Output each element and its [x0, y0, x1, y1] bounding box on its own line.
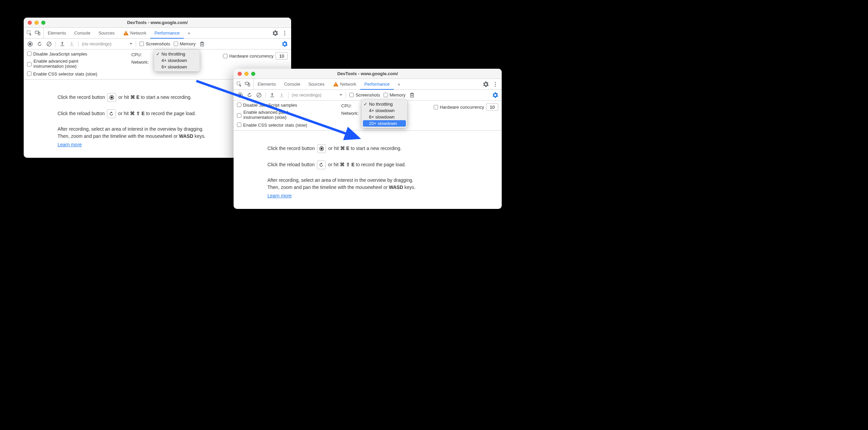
memory-checkbox[interactable]: Memory: [174, 41, 196, 46]
memory-checkbox[interactable]: Memory: [384, 92, 406, 98]
titlebar: DevTools - www.google.com/: [234, 69, 502, 79]
screenshots-label: Screenshots: [355, 92, 380, 98]
learn-more-link[interactable]: Learn more: [267, 193, 292, 198]
cpu-label: CPU:: [131, 52, 142, 57]
settings-icon[interactable]: [272, 30, 278, 36]
settings-icon[interactable]: [483, 81, 489, 87]
tab-sources[interactable]: Sources: [304, 79, 329, 89]
tab-more[interactable]: »: [394, 79, 404, 89]
menu-item-no-throttling[interactable]: No throttling: [362, 101, 407, 107]
inspect-element-icon[interactable]: [236, 81, 242, 87]
tab-elements[interactable]: Elements: [44, 28, 70, 38]
separator: [265, 92, 266, 98]
record-button[interactable]: [237, 92, 243, 98]
disable-js-samples-input[interactable]: [27, 51, 31, 56]
menu-item-20x[interactable]: 20× slowdown: [363, 120, 406, 127]
cmd-key-icon: [130, 94, 135, 100]
hw-concurrency-input[interactable]: [223, 54, 227, 58]
reload-icon-inline: [107, 109, 116, 118]
tab-sources[interactable]: Sources: [94, 28, 119, 38]
css-selector-stats-checkbox[interactable]: Enable CSS selector stats (slow): [237, 123, 335, 128]
clear-button[interactable]: [256, 92, 262, 98]
disable-js-samples-label: Disable JavaScript samples: [33, 51, 87, 57]
learn-more-link[interactable]: Learn more: [58, 142, 82, 147]
inspect-element-icon[interactable]: [26, 30, 32, 36]
capture-settings-panel: Disable JavaScript samples Enable advanc…: [234, 101, 502, 131]
device-toolbar-icon[interactable]: [35, 30, 41, 36]
caret-down-icon: [130, 43, 132, 45]
capture-settings-icon[interactable]: [492, 92, 498, 98]
memory-input[interactable]: [174, 42, 178, 46]
tab-performance[interactable]: Performance: [360, 79, 393, 90]
shift-key-icon: [136, 111, 140, 116]
more-options-icon[interactable]: [492, 81, 498, 87]
advanced-paint-label: Enable advanced paint instrumentation (s…: [243, 110, 288, 120]
screenshots-input[interactable]: [349, 93, 354, 97]
capture-settings-icon[interactable]: [282, 41, 288, 47]
separator: [346, 92, 346, 98]
disable-js-samples-label: Disable JavaScript samples: [243, 103, 297, 108]
upload-button[interactable]: [59, 41, 65, 47]
hw-concurrency-value[interactable]: [486, 103, 498, 111]
download-button: [69, 41, 75, 47]
clear-button[interactable]: [46, 41, 52, 47]
advanced-paint-checkbox[interactable]: Enable advanced paint instrumentation (s…: [237, 110, 335, 120]
caret-down-icon: [340, 94, 342, 96]
recordings-dropdown[interactable]: (no recordings): [292, 92, 342, 98]
tab-network-label: Network: [130, 30, 147, 36]
menu-item-no-throttling[interactable]: No throttling: [154, 51, 200, 57]
advanced-paint-checkbox[interactable]: Enable advanced paint instrumentation (s…: [27, 59, 125, 69]
recordings-label: (no recordings): [292, 92, 321, 98]
recordings-dropdown[interactable]: (no recordings): [82, 41, 132, 46]
menu-item-6x[interactable]: 6× slowdown: [362, 114, 407, 120]
disable-js-samples-input[interactable]: [237, 103, 241, 107]
hw-concurrency-checkbox[interactable]: Hardware concurrency: [434, 105, 484, 110]
record-button[interactable]: [27, 41, 33, 47]
tab-elements[interactable]: Elements: [254, 79, 280, 89]
css-selector-stats-checkbox[interactable]: Enable CSS selector stats (slow): [27, 71, 125, 77]
memory-input[interactable]: [384, 93, 388, 97]
cmd-key-icon: [340, 146, 345, 151]
memory-label: Memory: [180, 41, 196, 46]
devtools-window-b: DevTools - www.google.com/ Elements Cons…: [234, 69, 502, 209]
tab-network[interactable]: Network: [329, 79, 361, 89]
advanced-paint-input[interactable]: [237, 111, 241, 120]
hw-concurrency-label: Hardware concurrency: [440, 105, 484, 110]
css-selector-stats-input[interactable]: [237, 123, 241, 127]
tab-performance[interactable]: Performance: [150, 28, 183, 39]
tab-bar: Elements Console Sources Network Perform…: [234, 79, 502, 90]
titlebar: DevTools - www.google.com/: [24, 18, 291, 28]
more-options-icon[interactable]: [282, 30, 288, 36]
hw-concurrency-value[interactable]: [276, 52, 288, 60]
warning-icon: [333, 81, 339, 87]
screenshots-input[interactable]: [139, 42, 144, 46]
tab-console[interactable]: Console: [280, 79, 304, 89]
menu-item-4x[interactable]: 4× slowdown: [362, 107, 407, 114]
cmd-key-icon: [130, 111, 135, 116]
record-icon-inline: [107, 93, 116, 102]
upload-button[interactable]: [269, 92, 275, 98]
disable-js-samples-checkbox[interactable]: Disable JavaScript samples: [237, 103, 335, 108]
window-title: DevTools - www.google.com/: [24, 20, 291, 25]
menu-item-4x[interactable]: 4× slowdown: [154, 57, 200, 64]
advanced-paint-input[interactable]: [27, 60, 31, 69]
menu-item-6x[interactable]: 6× slowdown: [154, 64, 200, 70]
tab-console[interactable]: Console: [70, 28, 94, 38]
reload-icon-inline: [317, 160, 326, 169]
hw-concurrency-input[interactable]: [434, 105, 438, 109]
css-selector-stats-label: Enable CSS selector stats (slow): [33, 71, 97, 77]
reload-record-button[interactable]: [37, 41, 43, 47]
garbage-collect-icon[interactable]: [199, 41, 205, 47]
hw-concurrency-checkbox[interactable]: Hardware concurrency: [223, 53, 274, 59]
tab-more[interactable]: »: [184, 28, 194, 38]
disable-js-samples-checkbox[interactable]: Disable JavaScript samples: [27, 51, 125, 57]
screenshots-checkbox[interactable]: Screenshots: [349, 92, 380, 98]
garbage-collect-icon[interactable]: [409, 92, 415, 98]
tab-network[interactable]: Network: [119, 28, 151, 38]
performance-toolbar: (no recordings) Screenshots Memory: [24, 39, 291, 49]
reload-record-button[interactable]: [246, 92, 253, 98]
separator: [56, 41, 56, 47]
device-toolbar-icon[interactable]: [244, 81, 251, 87]
css-selector-stats-input[interactable]: [27, 71, 31, 76]
screenshots-checkbox[interactable]: Screenshots: [139, 41, 170, 46]
